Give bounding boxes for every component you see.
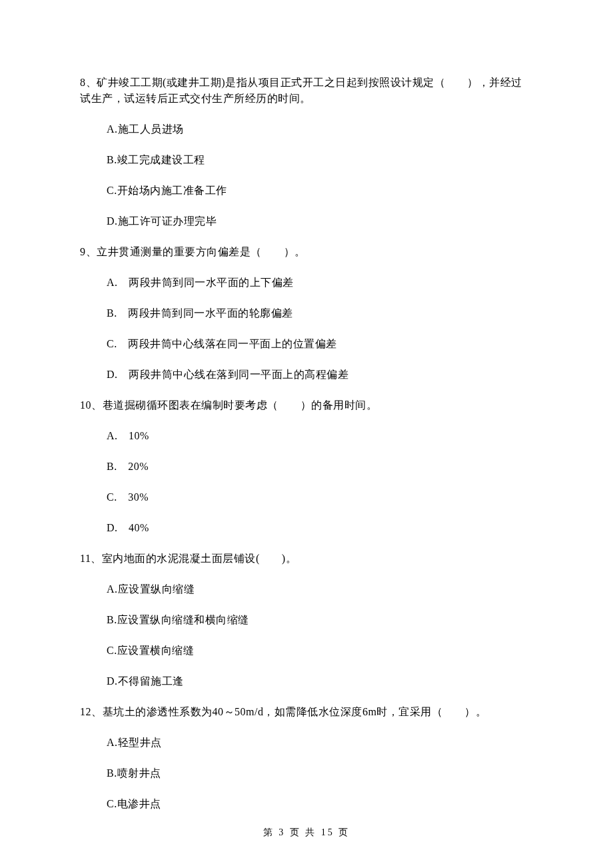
question-stem: 11、室内地面的水泥混凝土面层铺设( )。 [80, 551, 533, 567]
option-b: B.竣工完成建设工程 [107, 152, 533, 168]
question-11: 11、室内地面的水泥混凝土面层铺设( )。 A.应设置纵向缩缝 B.应设置纵向缩… [80, 551, 533, 689]
question-10: 10、巷道掘砌循环图表在编制时要考虑（ ）的备用时间。 A. 10% B. 20… [80, 397, 533, 536]
option-d: D.不得留施工逢 [107, 673, 533, 689]
question-8: 8、矿井竣工工期(或建井工期)是指从项目正式开工之日起到按照设计规定（ ），并经… [80, 75, 533, 229]
page-footer: 第 3 页 共 15 页 [0, 827, 613, 839]
option-b: B. 两段井筒到同一水平面的轮廓偏差 [107, 305, 533, 321]
option-b: B.应设置纵向缩缝和横向缩缝 [107, 612, 533, 628]
question-9: 9、立井贯通测量的重要方向偏差是（ ）。 A. 两段井筒到同一水平面的上下偏差 … [80, 244, 533, 383]
option-a: A.施工人员进场 [107, 121, 533, 137]
options-block: A.应设置纵向缩缝 B.应设置纵向缩缝和横向缩缝 C.应设置横向缩缝 D.不得留… [80, 581, 533, 689]
option-d: D. 两段井筒中心线在落到同一平面上的高程偏差 [107, 367, 533, 383]
question-stem: 8、矿井竣工工期(或建井工期)是指从项目正式开工之日起到按照设计规定（ ），并经… [80, 75, 533, 107]
option-a: A.应设置纵向缩缝 [107, 581, 533, 597]
options-block: A.轻型井点 B.喷射井点 C.电渗井点 [80, 735, 533, 812]
option-d: D. 40% [107, 520, 533, 536]
exam-page-content: 8、矿井竣工工期(或建井工期)是指从项目正式开工之日起到按照设计规定（ ），并经… [0, 0, 613, 812]
question-stem: 12、基坑土的渗透性系数为40～50m/d，如需降低水位深度6m时，宜采用（ ）… [80, 704, 533, 720]
option-a: A.轻型井点 [107, 735, 533, 751]
stem-line-2: 试生产，试运转后正式交付生产所经历的时间。 [80, 91, 533, 107]
question-stem: 9、立井贯通测量的重要方向偏差是（ ）。 [80, 244, 533, 260]
option-a: A. 两段井筒到同一水平面的上下偏差 [107, 275, 533, 291]
option-c: C.开始场内施工准备工作 [107, 183, 533, 199]
option-b: B.喷射井点 [107, 765, 533, 781]
options-block: A. 两段井筒到同一水平面的上下偏差 B. 两段井筒到同一水平面的轮廓偏差 C.… [80, 275, 533, 383]
option-c: C. 两段井筒中心线落在同一平面上的位置偏差 [107, 336, 533, 352]
option-c: C. 30% [107, 489, 533, 505]
option-c: C.应设置横向缩缝 [107, 643, 533, 659]
option-b: B. 20% [107, 459, 533, 475]
question-stem: 10、巷道掘砌循环图表在编制时要考虑（ ）的备用时间。 [80, 397, 533, 413]
option-a: A. 10% [107, 428, 533, 444]
stem-line-1: 8、矿井竣工工期(或建井工期)是指从项目正式开工之日起到按照设计规定（ ），并经… [80, 75, 533, 91]
question-12: 12、基坑土的渗透性系数为40～50m/d，如需降低水位深度6m时，宜采用（ ）… [80, 704, 533, 812]
option-d: D.施工许可证办理完毕 [107, 213, 533, 229]
options-block: A. 10% B. 20% C. 30% D. 40% [80, 428, 533, 536]
option-c: C.电渗井点 [107, 796, 533, 812]
options-block: A.施工人员进场 B.竣工完成建设工程 C.开始场内施工准备工作 D.施工许可证… [80, 121, 533, 229]
